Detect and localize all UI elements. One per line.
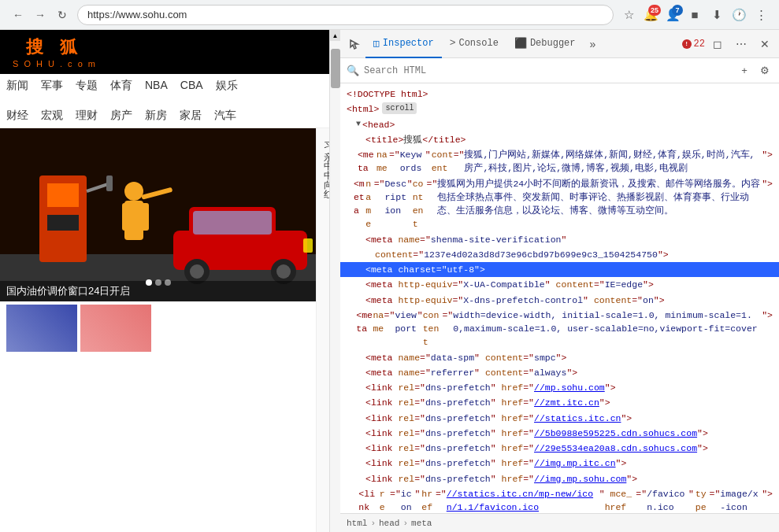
tree-link-cdn1[interactable]: <link rel="dns-prefetch" href="//5b0988e…	[340, 426, 779, 441]
devtools-more-button[interactable]: ⋯	[730, 33, 752, 55]
tree-head[interactable]: ▼ <head>	[340, 117, 779, 132]
tree-meta-description[interactable]: <meta name="Description" content="搜狐网为用户…	[340, 176, 779, 232]
link-cdn1[interactable]: //5b0988e595225.cdn.sohucs.com	[534, 427, 697, 440]
link-statics[interactable]: //statics.itc.cn	[534, 412, 621, 425]
scroll-thumb[interactable]	[331, 49, 340, 88]
notifications-button[interactable]: 🔔 25	[642, 6, 659, 24]
scroll-up-arrow[interactable]: ▲	[330, 30, 340, 41]
tree-link-statics[interactable]: <link rel="dns-prefetch" href="//statics…	[340, 411, 779, 426]
inspector-pointer-button[interactable]	[343, 33, 365, 55]
svg-rect-4	[47, 215, 79, 231]
svg-point-16	[190, 264, 204, 279]
nav-newhouse[interactable]: 新房	[145, 107, 167, 124]
nav-macro[interactable]: 宏观	[41, 107, 63, 124]
link-cdn2[interactable]: //29e5534ea20a8.cdn.sohucs.com	[534, 441, 697, 455]
dot-1[interactable]	[146, 279, 152, 286]
tree-html[interactable]: <html> scroll	[340, 102, 779, 116]
tab-inspector[interactable]: ◫ Inspector	[365, 30, 442, 58]
hero-image[interactable]: 国内油价调价窗口24日开启	[0, 128, 316, 301]
search-settings-button[interactable]: ⚙	[757, 63, 773, 79]
tree-link-zmt[interactable]: <link rel="dns-prefetch" href="//zmt.itc…	[340, 395, 779, 410]
link-img-mp[interactable]: //img.mp.itc.cn	[534, 456, 616, 470]
tree-link-cdn2[interactable]: <link rel="dns-prefetch" href="//29e5534…	[340, 441, 779, 456]
bookmark-button[interactable]: ☆	[620, 6, 637, 24]
undock-button[interactable]: ◻	[707, 33, 729, 55]
website-scrollbar[interactable]: ▲	[329, 30, 340, 532]
breadcrumb-head[interactable]: head	[379, 519, 399, 528]
tree-link-img-sohu[interactable]: <link rel="dns-prefetch" href="//img.mp.…	[340, 471, 779, 486]
nav-topics[interactable]: 专题	[76, 77, 98, 94]
tree-link-icon[interactable]: <link rel="icon" href="//statics.itc.cn/…	[340, 486, 779, 513]
more-button[interactable]: ⋮	[752, 6, 770, 24]
tree-meta-shenma-content[interactable]: content="1237e4d02a3d8d73e96cbd97b699e9c…	[340, 247, 779, 262]
svg-rect-6	[106, 175, 113, 191]
search-icon: 🔍	[347, 65, 359, 77]
svg-point-18	[276, 264, 291, 279]
tree-meta-charset[interactable]: <meta charset="utf-8">	[340, 262, 779, 277]
tab-console[interactable]: > Console	[442, 30, 506, 58]
nav-entertainment[interactable]: 娱乐	[216, 77, 238, 94]
nav-cba[interactable]: CBA	[180, 77, 203, 94]
tree-meta-ua[interactable]: <meta http-equiv="X-UA-Compatible" conte…	[340, 277, 779, 292]
devtools-breadcrumb: html › head › meta	[340, 513, 779, 532]
nav-investment[interactable]: 理财	[76, 107, 98, 124]
extensions-button[interactable]: ■	[686, 6, 703, 24]
nav-realestate[interactable]: 房产	[110, 107, 132, 124]
svg-point-7	[124, 182, 143, 201]
tree-meta-keywords[interactable]: <meta name="Keywords" content="搜狐,门户网站,新…	[340, 147, 779, 176]
tree-meta-referrer[interactable]: <meta name="referrer" content="always">	[340, 365, 779, 380]
link-zmt[interactable]: //zmt.itc.cn	[534, 396, 599, 409]
tree-meta-dns-prefetch[interactable]: <meta http-equiv="X-dns-prefetch-control…	[340, 293, 779, 308]
breadcrumb-html[interactable]: html	[347, 519, 367, 528]
sohu-logo: 搜 狐 S O H U . c o m	[13, 35, 97, 68]
tree-meta-viewport[interactable]: <meta name="viewport" content="width=dev…	[340, 308, 779, 350]
small-img-2[interactable]	[80, 305, 151, 352]
back-button[interactable]: ←	[9, 6, 27, 24]
devtools-toolbar: ◫ Inspector > Console ⬛ Debugger » ! 22 …	[340, 30, 779, 58]
sohu-content: 国内油价调价窗口24日开启 习 亲 中 中 向 红	[0, 128, 339, 532]
search-add-button[interactable]: +	[736, 63, 752, 79]
link-mp-sohu[interactable]: //mp.sohu.com	[534, 381, 605, 394]
nav-military[interactable]: 军事	[41, 77, 63, 94]
devtools-search-bar: 🔍 + ⚙	[340, 58, 779, 83]
account-button[interactable]: 👤 7	[664, 6, 681, 24]
tab-debugger[interactable]: ⬛ Debugger	[506, 30, 584, 58]
history-button[interactable]: 🕐	[730, 6, 747, 24]
scroll-badge: scroll	[382, 102, 417, 114]
nav-sports[interactable]: 体育	[110, 77, 132, 94]
nav-news[interactable]: 新闻	[6, 77, 28, 94]
tree-meta-shenma[interactable]: <meta name="shenma-site-verification"	[340, 232, 779, 247]
dot-2[interactable]	[155, 279, 161, 286]
link-icon-href[interactable]: //statics.itc.cn/mp-new/icon/1.1/favicon…	[447, 487, 599, 513]
html-search-input[interactable]	[364, 65, 732, 76]
tree-title[interactable]: <title>搜狐</title>	[340, 132, 779, 147]
tree-doctype[interactable]: <!DOCTYPE html>	[340, 87, 779, 102]
html-tree[interactable]: <!DOCTYPE html> <html> scroll ▼ <head> <…	[340, 83, 779, 513]
refresh-button[interactable]: ↻	[54, 6, 71, 24]
forward-button[interactable]: →	[32, 6, 49, 24]
breadcrumb-meta[interactable]: meta	[411, 519, 432, 528]
address-bar[interactable]	[77, 5, 614, 25]
nav-finance[interactable]: 财经	[6, 107, 28, 124]
tree-link-img-mp[interactable]: <link rel="dns-prefetch" href="//img.mp.…	[340, 456, 779, 471]
tree-meta-data-spm[interactable]: <meta name="data-spm" content="smpc">	[340, 350, 779, 365]
dot-3[interactable]	[165, 279, 171, 286]
svg-rect-14	[193, 211, 272, 235]
nav-nba[interactable]: NBA	[145, 77, 168, 94]
toolbar-icons: ☆ 🔔 25 👤 7 ■ ⬇ 🕐 ⋮	[620, 6, 770, 24]
download-button[interactable]: ⬇	[708, 6, 725, 24]
nav-auto[interactable]: 汽车	[214, 107, 236, 124]
more-tabs-button[interactable]: »	[583, 35, 602, 54]
account-badge: 7	[672, 5, 683, 16]
head-arrow[interactable]: ▼	[356, 118, 361, 130]
link-img-sohu[interactable]: //img.mp.sohu.com	[534, 472, 626, 486]
small-img-1[interactable]	[6, 305, 77, 352]
devtools-close-button[interactable]: ✕	[754, 33, 776, 55]
notifications-badge: 25	[648, 5, 661, 16]
sohu-left-content: 国内油价调价窗口24日开启	[0, 128, 316, 532]
nav-home[interactable]: 家居	[180, 107, 202, 124]
breadcrumb-sep-2: ›	[402, 519, 408, 528]
browser-toolbar: ← → ↻ ☆ 🔔 25 👤 7 ■ ⬇ 🕐 ⋮	[0, 0, 779, 30]
tree-link-sohu[interactable]: <link rel="dns-prefetch" href="//mp.sohu…	[340, 380, 779, 395]
sohu-nav: 新闻 军事 专题 体育 NBA CBA 娱乐 财经 宏观 理财 房产 新房 家居…	[0, 74, 339, 128]
